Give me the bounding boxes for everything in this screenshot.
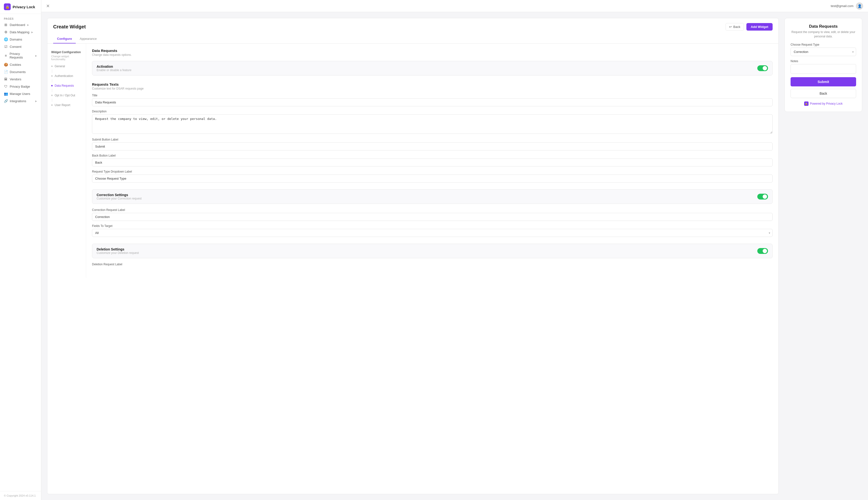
sidebar-item-consent[interactable]: ☑ Consent: [0, 43, 41, 50]
sidebar-item-data-mapping[interactable]: ⚙ Data Mapping ▶: [0, 29, 41, 36]
request-type-dropdown-label-field: Request Type Dropdown Label: [92, 170, 773, 183]
submit-button-label-label: Submit Button Label: [92, 138, 773, 141]
nav-item-user-report[interactable]: User Report: [47, 102, 86, 108]
nav-item-authentication[interactable]: Authentication: [47, 73, 86, 79]
sidebar-item-vendors[interactable]: 🏛 Vendors: [0, 76, 41, 83]
content-area: Create Widget ↩ Back Add Widget Configur…: [41, 12, 868, 500]
domains-icon: 🌐: [4, 37, 8, 41]
deletion-text: Deletion Settings Customize your Deletio…: [96, 247, 139, 254]
app-logo-icon: 🔒: [4, 3, 11, 10]
nav-connector: [52, 89, 52, 92]
preview-card: Data Requests Request the company to vie…: [785, 18, 862, 112]
fields-to-target-select[interactable]: All: [92, 229, 773, 237]
activation-label: Activation: [96, 65, 131, 68]
fields-to-target-label: Fields To Target: [92, 224, 773, 228]
deletion-toggle[interactable]: [757, 248, 768, 254]
description-field: Description Request the company to view,…: [92, 110, 773, 135]
widget-config-subtitle: Change widget functionality.: [47, 55, 86, 63]
submit-button-label-input[interactable]: [92, 143, 773, 150]
sidebar-item-manage-users[interactable]: 👥 Manage Users: [0, 90, 41, 97]
correction-toggle[interactable]: [757, 194, 768, 200]
sidebar-item-label: Consent: [10, 45, 21, 48]
sidebar-item-privacy-badge[interactable]: 🛡 Privacy Badge: [0, 83, 41, 90]
app-title: Privacy Lock: [13, 5, 35, 9]
sidebar-item-label: Integrations: [10, 99, 26, 103]
sidebar-item-domains[interactable]: 🌐 Domains: [0, 36, 41, 43]
activation-toggle[interactable]: [757, 65, 768, 71]
back-button[interactable]: ↩ Back: [726, 23, 744, 31]
back-button-label-input[interactable]: [92, 159, 773, 167]
nav-dot: [51, 95, 53, 96]
back-button-label-field: Back Button Label: [92, 154, 773, 167]
nav-connector: [52, 99, 52, 102]
deletion-settings-section: Deletion Settings Customize your Deletio…: [92, 244, 773, 266]
add-widget-button[interactable]: Add Widget: [746, 23, 773, 31]
manage-users-icon: 👥: [4, 92, 8, 95]
integrations-icon: 🔗: [4, 99, 8, 103]
widget-body: Widget Configuration Change widget funct…: [47, 44, 778, 278]
sidebar-item-dashboard[interactable]: ⊞ Dashboard ▶: [0, 21, 41, 29]
sidebar-item-label: Dashboard: [10, 23, 25, 27]
preview-choose-request-type-label: Choose Request Type: [790, 43, 856, 46]
nav-dot: [51, 104, 53, 106]
requests-texts-title: Requests Texts: [92, 82, 773, 87]
preview-back-button[interactable]: Back: [790, 89, 856, 98]
activation-row: Activation Enable or disable a feature: [96, 65, 768, 72]
activation-subtitle: Enable or disable a feature: [96, 68, 131, 72]
sidebar-item-label: Documents: [10, 70, 26, 74]
correction-header-row: Correction Settings Customize your Corre…: [96, 193, 768, 200]
preview-notes-input[interactable]: [790, 64, 856, 74]
correction-request-label-label: Correction Request Label: [92, 208, 773, 212]
request-type-dropdown-label-label: Request Type Dropdown Label: [92, 170, 773, 173]
vendors-icon: 🏛: [4, 77, 8, 81]
correction-request-label-input[interactable]: [92, 213, 773, 221]
user-avatar[interactable]: 👤: [856, 2, 863, 10]
sidebar-item-label: Domains: [10, 38, 22, 41]
close-button[interactable]: ✕: [46, 3, 50, 9]
nav-item-data-requests[interactable]: Data Requests: [47, 82, 86, 89]
sidebar-item-integrations[interactable]: 🔗 Integrations ▶: [0, 97, 41, 105]
tab-configure[interactable]: Configure: [53, 34, 76, 44]
correction-header-block: Correction Settings Customize your Corre…: [92, 189, 773, 204]
sidebar-item-documents[interactable]: 📄 Documents: [0, 68, 41, 76]
data-requests-title: Data Requests: [92, 48, 132, 53]
preview-submit-button[interactable]: Submit: [790, 77, 856, 87]
request-type-dropdown-label-input[interactable]: [92, 174, 773, 183]
title-input[interactable]: [92, 98, 773, 106]
powered-by: 🔒 Powered by Privacy Lock: [790, 101, 856, 106]
chevron-right-icon: ▶: [31, 31, 33, 34]
description-input[interactable]: Request the company to view, edit, or de…: [92, 114, 773, 134]
sidebar-item-cookies[interactable]: 🍪 Cookies: [0, 61, 41, 68]
topbar: ✕ test@gmail.com 👤: [41, 0, 868, 12]
sidebar-item-label: Manage Users: [10, 92, 30, 95]
sidebar: 🔒 Privacy Lock Pages ⊞ Dashboard ▶ ⚙ Dat…: [0, 0, 41, 500]
user-email: test@gmail.com: [831, 4, 854, 8]
preview-request-type-select[interactable]: Correction: [790, 48, 856, 56]
correction-title: Correction Settings: [96, 193, 141, 197]
sidebar-item-privacy-requests[interactable]: ≡ Privacy Requests ▶: [0, 50, 41, 61]
main-content: ✕ test@gmail.com 👤 Create Widget ↩ Back …: [41, 0, 868, 500]
data-requests-subtitle: Change data requests options.: [92, 53, 132, 57]
data-requests-title-group: Data Requests Change data requests optio…: [92, 48, 132, 60]
tab-appearance[interactable]: Appearance: [76, 34, 101, 44]
cookies-icon: 🍪: [4, 62, 8, 67]
chevron-right-icon: ▶: [27, 24, 29, 26]
requests-texts-section: Requests Texts Customize text for DSAR r…: [92, 82, 773, 183]
sidebar-footer: © Copyright 2024 v0.114.1: [0, 491, 41, 500]
nav-item-opt-in-out[interactable]: Opt In / Opt Out: [47, 92, 86, 99]
title-field: Title: [92, 94, 773, 106]
deletion-subtitle: Customize your Deletion request: [96, 251, 139, 254]
chevron-right-icon: ▶: [35, 54, 37, 57]
deletion-title: Deletion Settings: [96, 247, 139, 251]
widget-form: Data Requests Change data requests optio…: [86, 44, 778, 278]
data-requests-header: Data Requests Change data requests optio…: [92, 48, 773, 60]
nav-item-general[interactable]: General: [47, 63, 86, 69]
deletion-request-label-label: Deletion Request Label: [92, 263, 773, 266]
powered-logo-icon: 🔒: [804, 101, 809, 106]
chevron-right-icon: ▶: [35, 100, 37, 102]
fields-to-target-field: Fields To Target All: [92, 224, 773, 237]
page-title: Create Widget: [53, 24, 86, 30]
back-button-label-label: Back Button Label: [92, 154, 773, 157]
data-mapping-icon: ⚙: [4, 30, 8, 34]
submit-button-label-field: Submit Button Label: [92, 138, 773, 150]
